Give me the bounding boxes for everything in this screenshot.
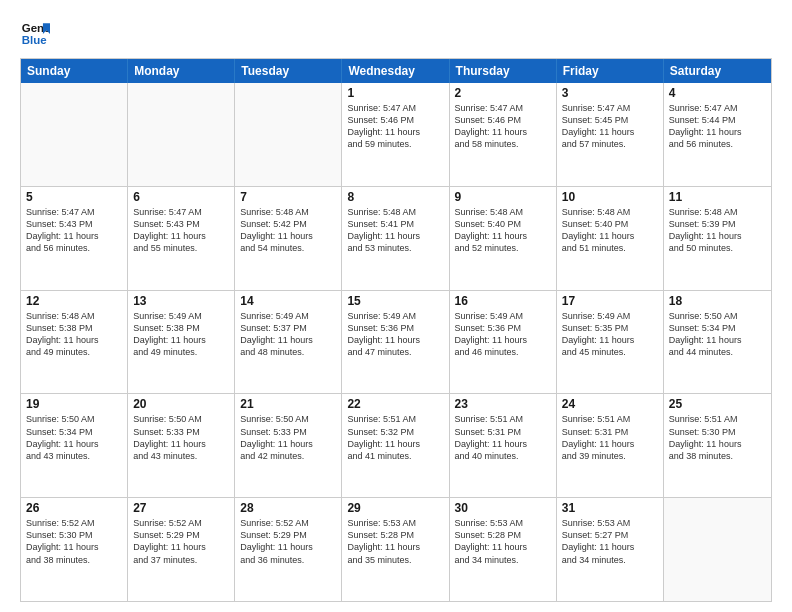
calendar-cell: 13Sunrise: 5:49 AM Sunset: 5:38 PM Dayli… <box>128 291 235 394</box>
svg-text:Blue: Blue <box>22 34 47 46</box>
weekday-header: Monday <box>128 59 235 83</box>
calendar-cell: 7Sunrise: 5:48 AM Sunset: 5:42 PM Daylig… <box>235 187 342 290</box>
day-number: 12 <box>26 294 122 308</box>
cell-info: Sunrise: 5:52 AM Sunset: 5:29 PM Dayligh… <box>240 517 336 566</box>
calendar-cell: 19Sunrise: 5:50 AM Sunset: 5:34 PM Dayli… <box>21 394 128 497</box>
day-number: 16 <box>455 294 551 308</box>
calendar-body: 1Sunrise: 5:47 AM Sunset: 5:46 PM Daylig… <box>21 83 771 601</box>
logo: General Blue <box>20 18 54 48</box>
weekday-header: Thursday <box>450 59 557 83</box>
calendar-cell: 15Sunrise: 5:49 AM Sunset: 5:36 PM Dayli… <box>342 291 449 394</box>
cell-info: Sunrise: 5:47 AM Sunset: 5:46 PM Dayligh… <box>455 102 551 151</box>
cell-info: Sunrise: 5:49 AM Sunset: 5:36 PM Dayligh… <box>455 310 551 359</box>
cell-info: Sunrise: 5:47 AM Sunset: 5:43 PM Dayligh… <box>133 206 229 255</box>
cell-info: Sunrise: 5:50 AM Sunset: 5:33 PM Dayligh… <box>240 413 336 462</box>
calendar-cell: 9Sunrise: 5:48 AM Sunset: 5:40 PM Daylig… <box>450 187 557 290</box>
calendar-row: 5Sunrise: 5:47 AM Sunset: 5:43 PM Daylig… <box>21 186 771 290</box>
weekday-header: Sunday <box>21 59 128 83</box>
calendar-cell: 26Sunrise: 5:52 AM Sunset: 5:30 PM Dayli… <box>21 498 128 601</box>
cell-info: Sunrise: 5:53 AM Sunset: 5:28 PM Dayligh… <box>347 517 443 566</box>
day-number: 3 <box>562 86 658 100</box>
weekday-header: Friday <box>557 59 664 83</box>
cell-info: Sunrise: 5:47 AM Sunset: 5:46 PM Dayligh… <box>347 102 443 151</box>
calendar-cell: 5Sunrise: 5:47 AM Sunset: 5:43 PM Daylig… <box>21 187 128 290</box>
day-number: 1 <box>347 86 443 100</box>
day-number: 19 <box>26 397 122 411</box>
day-number: 10 <box>562 190 658 204</box>
page-header: General Blue <box>20 18 772 48</box>
cell-info: Sunrise: 5:50 AM Sunset: 5:34 PM Dayligh… <box>669 310 766 359</box>
cell-info: Sunrise: 5:47 AM Sunset: 5:45 PM Dayligh… <box>562 102 658 151</box>
day-number: 17 <box>562 294 658 308</box>
day-number: 5 <box>26 190 122 204</box>
calendar-cell <box>128 83 235 186</box>
day-number: 8 <box>347 190 443 204</box>
day-number: 25 <box>669 397 766 411</box>
calendar-cell: 30Sunrise: 5:53 AM Sunset: 5:28 PM Dayli… <box>450 498 557 601</box>
day-number: 15 <box>347 294 443 308</box>
cell-info: Sunrise: 5:48 AM Sunset: 5:38 PM Dayligh… <box>26 310 122 359</box>
cell-info: Sunrise: 5:49 AM Sunset: 5:38 PM Dayligh… <box>133 310 229 359</box>
day-number: 20 <box>133 397 229 411</box>
cell-info: Sunrise: 5:47 AM Sunset: 5:44 PM Dayligh… <box>669 102 766 151</box>
day-number: 4 <box>669 86 766 100</box>
calendar-header: SundayMondayTuesdayWednesdayThursdayFrid… <box>21 59 771 83</box>
calendar-cell: 22Sunrise: 5:51 AM Sunset: 5:32 PM Dayli… <box>342 394 449 497</box>
day-number: 14 <box>240 294 336 308</box>
cell-info: Sunrise: 5:48 AM Sunset: 5:41 PM Dayligh… <box>347 206 443 255</box>
calendar-cell <box>21 83 128 186</box>
cell-info: Sunrise: 5:51 AM Sunset: 5:30 PM Dayligh… <box>669 413 766 462</box>
cell-info: Sunrise: 5:48 AM Sunset: 5:39 PM Dayligh… <box>669 206 766 255</box>
calendar-cell: 20Sunrise: 5:50 AM Sunset: 5:33 PM Dayli… <box>128 394 235 497</box>
day-number: 28 <box>240 501 336 515</box>
calendar-cell: 23Sunrise: 5:51 AM Sunset: 5:31 PM Dayli… <box>450 394 557 497</box>
cell-info: Sunrise: 5:49 AM Sunset: 5:36 PM Dayligh… <box>347 310 443 359</box>
cell-info: Sunrise: 5:48 AM Sunset: 5:42 PM Dayligh… <box>240 206 336 255</box>
day-number: 29 <box>347 501 443 515</box>
calendar-cell: 28Sunrise: 5:52 AM Sunset: 5:29 PM Dayli… <box>235 498 342 601</box>
calendar-cell: 4Sunrise: 5:47 AM Sunset: 5:44 PM Daylig… <box>664 83 771 186</box>
cell-info: Sunrise: 5:51 AM Sunset: 5:32 PM Dayligh… <box>347 413 443 462</box>
calendar-cell: 17Sunrise: 5:49 AM Sunset: 5:35 PM Dayli… <box>557 291 664 394</box>
day-number: 6 <box>133 190 229 204</box>
weekday-header: Tuesday <box>235 59 342 83</box>
cell-info: Sunrise: 5:49 AM Sunset: 5:35 PM Dayligh… <box>562 310 658 359</box>
calendar-row: 26Sunrise: 5:52 AM Sunset: 5:30 PM Dayli… <box>21 497 771 601</box>
logo-icon: General Blue <box>20 18 50 48</box>
day-number: 9 <box>455 190 551 204</box>
cell-info: Sunrise: 5:52 AM Sunset: 5:29 PM Dayligh… <box>133 517 229 566</box>
calendar-cell <box>664 498 771 601</box>
calendar-cell: 3Sunrise: 5:47 AM Sunset: 5:45 PM Daylig… <box>557 83 664 186</box>
calendar-cell: 6Sunrise: 5:47 AM Sunset: 5:43 PM Daylig… <box>128 187 235 290</box>
calendar-cell <box>235 83 342 186</box>
day-number: 11 <box>669 190 766 204</box>
cell-info: Sunrise: 5:50 AM Sunset: 5:34 PM Dayligh… <box>26 413 122 462</box>
day-number: 18 <box>669 294 766 308</box>
day-number: 2 <box>455 86 551 100</box>
calendar-cell: 16Sunrise: 5:49 AM Sunset: 5:36 PM Dayli… <box>450 291 557 394</box>
calendar-cell: 12Sunrise: 5:48 AM Sunset: 5:38 PM Dayli… <box>21 291 128 394</box>
cell-info: Sunrise: 5:50 AM Sunset: 5:33 PM Dayligh… <box>133 413 229 462</box>
day-number: 26 <box>26 501 122 515</box>
cell-info: Sunrise: 5:47 AM Sunset: 5:43 PM Dayligh… <box>26 206 122 255</box>
calendar-cell: 10Sunrise: 5:48 AM Sunset: 5:40 PM Dayli… <box>557 187 664 290</box>
calendar-cell: 1Sunrise: 5:47 AM Sunset: 5:46 PM Daylig… <box>342 83 449 186</box>
calendar-cell: 31Sunrise: 5:53 AM Sunset: 5:27 PM Dayli… <box>557 498 664 601</box>
calendar-cell: 21Sunrise: 5:50 AM Sunset: 5:33 PM Dayli… <box>235 394 342 497</box>
calendar-row: 19Sunrise: 5:50 AM Sunset: 5:34 PM Dayli… <box>21 393 771 497</box>
cell-info: Sunrise: 5:48 AM Sunset: 5:40 PM Dayligh… <box>562 206 658 255</box>
cell-info: Sunrise: 5:53 AM Sunset: 5:27 PM Dayligh… <box>562 517 658 566</box>
cell-info: Sunrise: 5:51 AM Sunset: 5:31 PM Dayligh… <box>562 413 658 462</box>
day-number: 23 <box>455 397 551 411</box>
cell-info: Sunrise: 5:52 AM Sunset: 5:30 PM Dayligh… <box>26 517 122 566</box>
day-number: 21 <box>240 397 336 411</box>
calendar: SundayMondayTuesdayWednesdayThursdayFrid… <box>20 58 772 602</box>
weekday-header: Saturday <box>664 59 771 83</box>
weekday-header: Wednesday <box>342 59 449 83</box>
cell-info: Sunrise: 5:48 AM Sunset: 5:40 PM Dayligh… <box>455 206 551 255</box>
calendar-cell: 27Sunrise: 5:52 AM Sunset: 5:29 PM Dayli… <box>128 498 235 601</box>
day-number: 7 <box>240 190 336 204</box>
calendar-cell: 8Sunrise: 5:48 AM Sunset: 5:41 PM Daylig… <box>342 187 449 290</box>
calendar-row: 1Sunrise: 5:47 AM Sunset: 5:46 PM Daylig… <box>21 83 771 186</box>
day-number: 31 <box>562 501 658 515</box>
